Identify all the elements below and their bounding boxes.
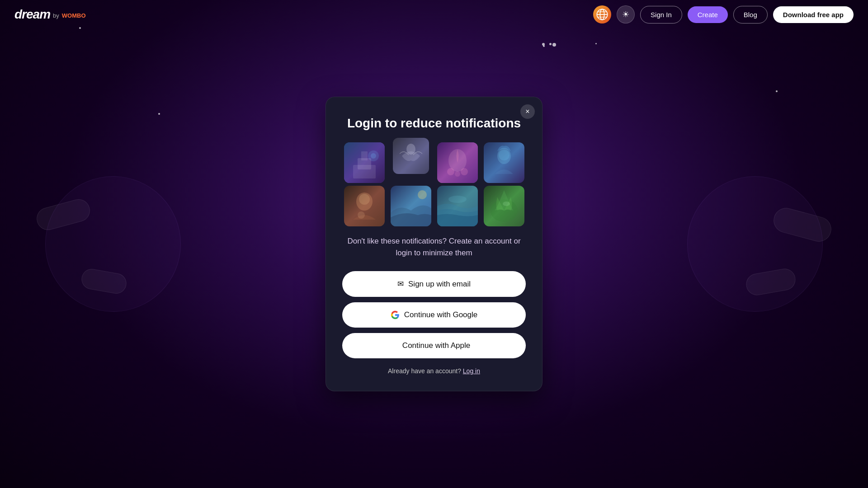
login-link[interactable]: Log in (463, 367, 480, 375)
svg-rect-5 (344, 142, 385, 183)
svg-point-23 (359, 194, 370, 205)
google-icon (391, 310, 400, 319)
modal-subtitle: Don't like these notifications? Create a… (342, 235, 526, 258)
svg-point-19 (497, 148, 511, 164)
image-water (437, 186, 478, 226)
modal-title: Login to reduce notifications (342, 115, 526, 131)
image-cherry (437, 142, 478, 183)
close-button[interactable]: × (520, 104, 535, 119)
svg-point-30 (491, 199, 518, 222)
svg-point-22 (356, 192, 373, 211)
svg-point-28 (448, 196, 467, 203)
svg-rect-11 (393, 138, 429, 174)
svg-rect-13 (437, 142, 478, 183)
svg-rect-27 (437, 186, 478, 226)
image-angel (393, 138, 429, 174)
login-modal: × Login to reduce notifications (326, 97, 542, 391)
signup-email-button[interactable]: ✉ Sign up with email (342, 271, 526, 297)
svg-point-24 (358, 211, 365, 219)
svg-rect-6 (353, 165, 376, 178)
svg-point-14 (448, 149, 467, 172)
svg-point-26 (418, 190, 427, 199)
svg-point-20 (499, 150, 509, 160)
svg-point-12 (406, 144, 415, 155)
svg-rect-7 (358, 158, 371, 169)
svg-point-17 (455, 171, 460, 177)
image-grid (342, 142, 526, 226)
svg-rect-25 (391, 186, 431, 226)
svg-point-9 (368, 150, 379, 161)
continue-apple-label: Continue with Apple (402, 341, 470, 350)
image-castle (344, 142, 385, 183)
svg-point-10 (371, 153, 376, 159)
image-forest (484, 186, 524, 226)
image-landscape (391, 186, 431, 226)
email-icon: ✉ (397, 279, 404, 289)
svg-point-16 (461, 168, 468, 175)
continue-google-label: Continue with Google (404, 310, 478, 319)
svg-point-15 (447, 168, 454, 175)
svg-rect-29 (484, 186, 524, 226)
continue-apple-button[interactable]: Continue with Apple (342, 333, 526, 358)
already-have-account-text: Already have an account? (388, 367, 461, 375)
svg-rect-18 (484, 142, 524, 183)
continue-google-button[interactable]: Continue with Google (342, 302, 526, 328)
svg-point-31 (503, 202, 510, 206)
svg-rect-8 (361, 151, 368, 160)
modal-overlay: × Login to reduce notifications (0, 0, 868, 488)
svg-rect-21 (344, 186, 385, 226)
image-portrait (344, 186, 385, 226)
image-blue-woman (484, 142, 524, 183)
signup-email-label: Sign up with email (408, 280, 471, 289)
login-link-container: Already have an account? Log in (342, 367, 526, 375)
